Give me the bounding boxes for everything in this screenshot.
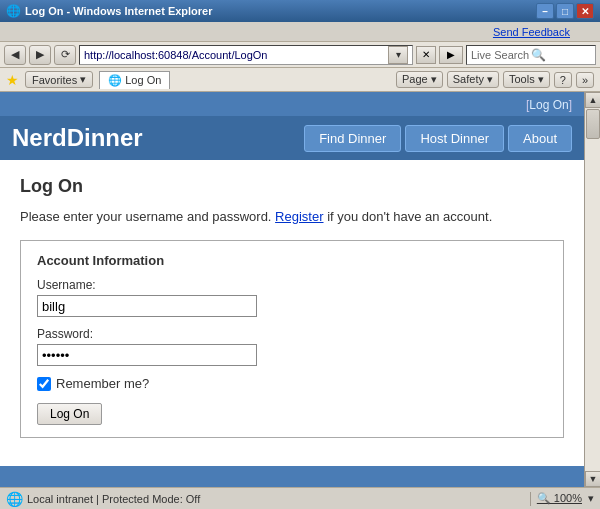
remember-me-row: Remember me? [37,376,547,391]
feedback-bar: Send Feedback [0,22,600,42]
nav-buttons: Find Dinner Host Dinner About [304,125,572,152]
site-header: NerdDinner Find Dinner Host Dinner About [0,116,584,160]
favorites-bar: ★ Favorites ▾ 🌐 Log On Page ▾ Safety ▾ T… [0,68,600,92]
close-button[interactable]: ✕ [576,3,594,19]
tools-menu-button[interactable]: Tools ▾ [503,71,550,88]
address-bar: ◀ ▶ ⟳ http://localhost:60848/Account/Log… [0,42,600,68]
account-legend: Account Information [37,253,547,268]
username-field-group: Username: [37,278,547,317]
live-search-box[interactable]: Live Search 🔍 [466,45,596,65]
main-content: Log On Please enter your username and pa… [0,160,584,466]
intro-prefix: Please enter your username and password. [20,209,275,224]
help-button[interactable]: ? [554,72,572,88]
favorites-dropdown-icon: ▾ [80,73,86,86]
remember-me-checkbox[interactable] [37,377,51,391]
url-text: http://localhost:60848/Account/LogOn [84,49,388,61]
zoom-button[interactable]: 🔍 100% [537,492,582,505]
current-tab[interactable]: 🌐 Log On [99,71,170,89]
browser-viewport: [ Log On ] NerdDinner Find Dinner Host D… [0,92,600,487]
scroll-up-button[interactable]: ▲ [585,92,600,108]
log-on-submit-button[interactable]: Log On [37,403,102,425]
remember-me-label: Remember me? [56,376,149,391]
page-title: Log On [20,176,564,197]
intro-suffix: if you don't have an account. [327,209,492,224]
search-icon[interactable]: 🔍 [531,48,546,62]
scroll-thumb[interactable] [586,109,600,139]
tools-label: Tools ▾ [509,73,544,86]
help-label: ? [560,74,566,86]
username-label: Username: [37,278,547,292]
minimize-button[interactable]: – [536,3,554,19]
forward-button[interactable]: ▶ [29,45,51,65]
status-zone-text: Local intranet | Protected Mode: Off [27,493,200,505]
password-input[interactable] [37,344,257,366]
username-input[interactable] [37,295,257,317]
extend-button[interactable]: » [576,72,594,88]
stop-button[interactable]: ✕ [416,46,436,64]
scroll-track[interactable] [585,108,600,471]
status-bar: 🌐 Local intranet | Protected Mode: Off 🔍… [0,487,600,509]
tab-icon: 🌐 [108,74,122,87]
page-content: [ Log On ] NerdDinner Find Dinner Host D… [0,92,584,487]
address-field[interactable]: http://localhost:60848/Account/LogOn ▾ [79,45,413,65]
maximize-button[interactable]: □ [556,3,574,19]
register-link[interactable]: Register [275,209,323,224]
scroll-down-button[interactable]: ▼ [585,471,600,487]
page-label: Page ▾ [402,73,437,86]
site-title: NerdDinner [12,124,143,152]
find-dinner-nav-button[interactable]: Find Dinner [304,125,401,152]
back-button[interactable]: ◀ [4,45,26,65]
header-log-on-link[interactable]: Log On [529,98,568,112]
title-bar: 🌐 Log On - Windows Internet Explorer – □… [0,0,600,22]
address-dropdown-button[interactable]: ▾ [388,46,408,64]
intro-text: Please enter your username and password.… [20,209,564,224]
status-divider [530,492,531,506]
about-nav-button[interactable]: About [508,125,572,152]
account-info-box: Account Information Username: Password: … [20,240,564,438]
page-header-bar: [ Log On ] [0,92,584,116]
favorites-button[interactable]: Favorites ▾ [25,71,93,88]
ie-icon: 🌐 [6,4,21,18]
scrollbar: ▲ ▼ [584,92,600,487]
bracket-close: ] [569,98,572,112]
page-menu-button[interactable]: Page ▾ [396,71,443,88]
live-search-label: Live Search [471,49,529,61]
tab-label: Log On [125,74,161,86]
window-title: Log On - Windows Internet Explorer [25,5,213,17]
favorites-label: Favorites [32,74,77,86]
safety-menu-button[interactable]: Safety ▾ [447,71,499,88]
go-button[interactable]: ▶ [439,46,463,64]
password-label: Password: [37,327,547,341]
host-dinner-nav-button[interactable]: Host Dinner [405,125,504,152]
status-globe-icon: 🌐 [6,491,23,507]
favorites-star-icon: ★ [6,72,19,88]
safety-label: Safety ▾ [453,73,493,86]
zoom-dropdown-icon[interactable]: ▾ [588,492,594,505]
refresh-button[interactable]: ⟳ [54,45,76,65]
send-feedback-link[interactable]: Send Feedback [493,26,570,38]
password-field-group: Password: [37,327,547,366]
